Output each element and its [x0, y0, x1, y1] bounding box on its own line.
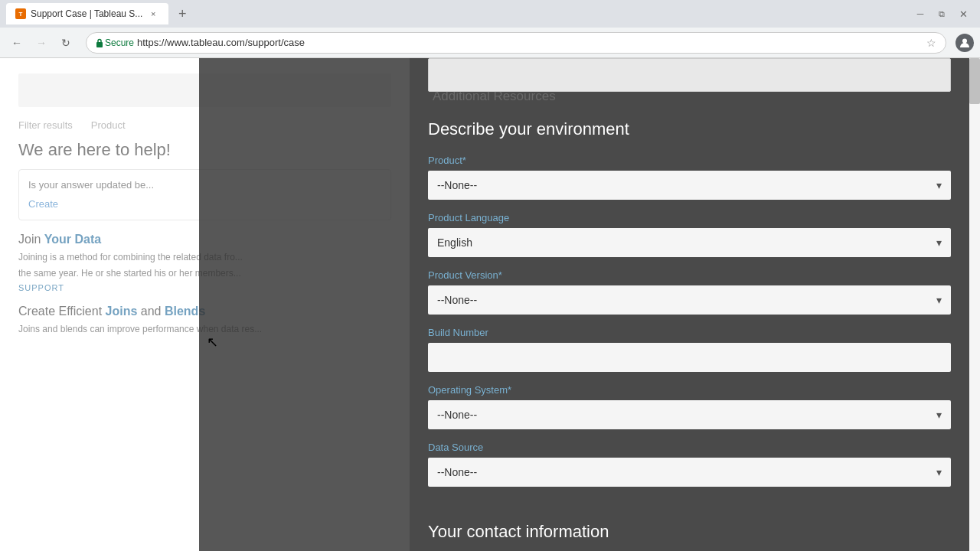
left-overlay	[199, 58, 410, 551]
data-source-select-wrapper: --None--	[428, 458, 951, 487]
svg-point-1	[962, 38, 967, 43]
active-tab[interactable]: T Support Case | Tableau S... ×	[6, 3, 168, 24]
product-label: Product	[91, 119, 126, 131]
ce-bold-joins: Joins	[106, 305, 138, 318]
product-language-label: Product Language	[428, 212, 951, 223]
product-language-select[interactable]: English	[428, 228, 951, 257]
nav-bar: ← → ↻ Secure https://www.tableau.com/sup…	[0, 28, 980, 58]
product-version-select-wrapper: --None--	[428, 285, 951, 315]
forward-button[interactable]: →	[31, 32, 52, 54]
url-display: https://www.tableau.com/support/case	[137, 37, 923, 48]
product-label: Product*	[428, 155, 951, 166]
tab-title: Support Case | Tableau S...	[31, 8, 142, 19]
tab-favicon: T	[15, 8, 26, 19]
data-source-field-group: Data Source --None--	[428, 442, 951, 487]
operating-system-select[interactable]: --None--	[428, 400, 951, 429]
toolbar-right	[956, 34, 974, 52]
data-source-select[interactable]: --None--	[428, 458, 951, 487]
scrollbar-thumb[interactable]	[969, 58, 980, 104]
browser-chrome: T Support Case | Tableau S... × + ─ ⧉ ✕ …	[0, 0, 980, 58]
user-avatar[interactable]	[956, 34, 974, 52]
operating-system-label: Operating System*	[428, 384, 951, 396]
operating-system-field-group: Operating System* --None--	[428, 384, 951, 429]
product-version-select[interactable]: --None--	[428, 285, 951, 315]
contact-section-title: Your contact information	[428, 522, 951, 542]
product-select[interactable]: --None--	[428, 171, 951, 200]
secure-indicator: Secure	[96, 37, 134, 48]
back-button[interactable]: ←	[6, 32, 28, 54]
reload-button[interactable]: ↻	[55, 32, 77, 54]
new-tab-button[interactable]: +	[172, 3, 193, 24]
form-section: Describe your environment Product* --Non…	[410, 104, 969, 514]
product-version-label: Product Version*	[428, 269, 951, 281]
section-title: Describe your environment	[428, 119, 951, 139]
build-number-input[interactable]	[428, 343, 951, 372]
contact-section: Your contact information	[410, 514, 969, 551]
product-version-field-group: Product Version* --None--	[428, 269, 951, 315]
top-textarea-area	[410, 58, 969, 104]
close-window-button[interactable]: ✕	[952, 3, 974, 24]
operating-system-select-wrapper: --None--	[428, 400, 951, 429]
page-content: Filter results Product We are here to he…	[0, 58, 980, 551]
scrollbar-track[interactable]	[969, 58, 980, 551]
ce-heading-plain: Create Efficient	[18, 305, 106, 318]
create-link[interactable]: Create	[28, 198, 58, 210]
restore-button[interactable]: ⧉	[931, 3, 952, 24]
product-field-group: Product* --None--	[428, 155, 951, 200]
build-number-field-group: Build Number	[428, 327, 951, 372]
product-language-select-wrapper: English	[428, 228, 951, 257]
build-number-label: Build Number	[428, 327, 951, 338]
join-heading-bold: Your Data	[44, 233, 101, 246]
partial-textarea	[428, 58, 951, 92]
data-source-label: Data Source	[428, 442, 951, 453]
tab-bar: T Support Case | Tableau S... × + ─ ⧉ ✕	[0, 0, 980, 28]
filter-results-label: Filter results	[18, 119, 73, 131]
bookmark-icon[interactable]: ☆	[926, 37, 936, 49]
tab-close-button[interactable]: ×	[147, 8, 159, 20]
address-bar[interactable]: Secure https://www.tableau.com/support/c…	[86, 32, 946, 54]
join-heading-plain: Join	[18, 233, 44, 246]
ce-and: and	[141, 305, 165, 318]
minimize-button[interactable]: ─	[910, 3, 931, 24]
product-language-field-group: Product Language English	[428, 212, 951, 257]
svg-rect-0	[96, 42, 103, 47]
form-panel: Additional Resources Describe your envir…	[410, 58, 969, 551]
product-select-wrapper: --None--	[428, 171, 951, 200]
